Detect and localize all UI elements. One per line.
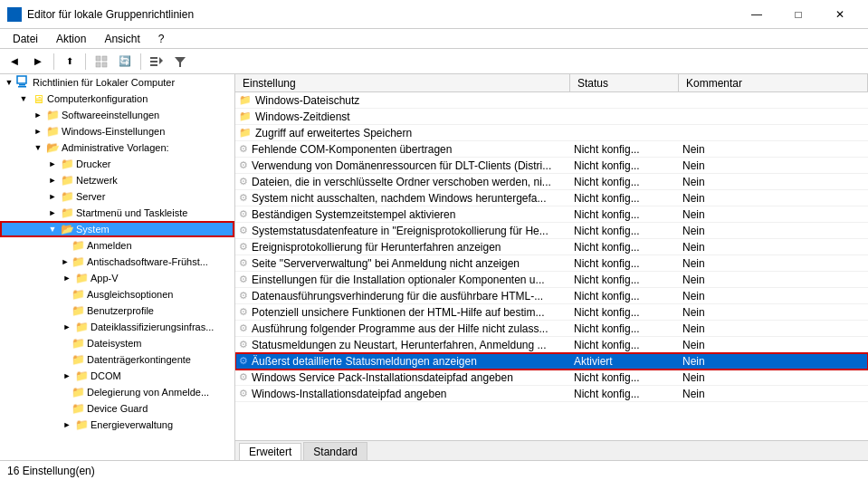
folder-icon-server: 📁	[60, 189, 74, 204]
cell-kommentar-3	[679, 125, 868, 140]
menu-help[interactable]: ?	[151, 31, 172, 47]
tree-node-energieverwaltung[interactable]: ► 📁 Energieverwaltung	[0, 417, 234, 433]
tree-node-antischadsoftware[interactable]: ► 📁 Antischadsoftware-Frühst...	[0, 254, 234, 270]
cell-name-11: ⚙ Seite "Serververwaltung" bei Anmeldung…	[235, 255, 570, 271]
forward-button[interactable]: ►	[27, 52, 49, 72]
expand-dcom[interactable]: ►	[60, 369, 74, 383]
list-item[interactable]: ⚙ Statusmeldungen zu Neustart, Herunterf…	[235, 337, 868, 353]
tree-node-ausgleichsoptionen[interactable]: 📁 Ausgleichsoptionen	[0, 286, 234, 302]
expand-administrative-vorlagen[interactable]: ▼	[31, 140, 45, 155]
cell-status-12: Nicht konfig...	[570, 272, 679, 287]
back-button[interactable]: ◄	[4, 52, 25, 72]
expand-antischadsoftware[interactable]: ►	[60, 254, 71, 269]
list-item[interactable]: ⚙ Datenausführungsverhinderung für die a…	[235, 288, 868, 304]
tree-node-benutzerprofile[interactable]: 📁 Benutzerprofile	[0, 302, 234, 319]
list-item[interactable]: 📁 Windows-Dateischutz	[235, 92, 868, 109]
list-item[interactable]: 📁 Zugriff auf erweitertes Speichern	[235, 125, 868, 141]
expand-benutzerprofile[interactable]	[60, 303, 71, 318]
tree-node-datentraegerkontingente[interactable]: 📁 Datenträgerkontingente	[0, 351, 234, 368]
show-hide-button[interactable]	[91, 52, 112, 72]
refresh-button[interactable]: 🔄	[114, 52, 136, 72]
setting-icon-10: ⚙	[239, 241, 248, 253]
list-item[interactable]: ⚙ Beständigen Systemzeitstempel aktivier…	[235, 206, 868, 223]
tree-label-benutzerprofile: Benutzerprofile	[87, 305, 154, 316]
expand-softwareeinstellungen[interactable]: ►	[31, 108, 45, 122]
list-item[interactable]: ⚙ Dateien, die in verschlüsselte Ordner …	[235, 174, 868, 190]
tree-node-dcom[interactable]: ► 📁 DCOM	[0, 368, 234, 384]
expand-root[interactable]: ▼	[2, 75, 16, 90]
tree-node-windows-einstellungen[interactable]: ► 📁 Windows-Einstellungen	[0, 123, 234, 139]
expand-dateisystem[interactable]	[60, 336, 71, 350]
svg-marker-10	[159, 57, 163, 64]
expand-netzwerk[interactable]: ►	[45, 173, 60, 187]
cell-name-8: ⚙ Beständigen Systemzeitstempel aktivier…	[235, 206, 570, 222]
expand-app-v[interactable]: ►	[60, 271, 74, 285]
tree-node-server[interactable]: ► 📁 Server	[0, 188, 234, 205]
up-button[interactable]: ⬆	[59, 52, 81, 72]
list-item[interactable]: ⚙ Fehlende COM-Komponenten übertragen Ni…	[235, 141, 868, 158]
expand-computerkonfiguration[interactable]: ▼	[16, 91, 31, 106]
list-item[interactable]: ⚙ Ausführung folgender Programme aus der…	[235, 321, 868, 337]
expand-dateiklassifizierung[interactable]: ►	[60, 320, 74, 334]
list-item[interactable]: ⚙ Systemstatusdatenfeature in "Ereignisp…	[235, 223, 868, 239]
expand-ausgleichsoptionen[interactable]	[60, 287, 71, 302]
filter-button[interactable]	[169, 52, 191, 72]
maximize-button[interactable]: □	[777, 0, 819, 29]
col-header-einstellung[interactable]: Einstellung	[235, 74, 570, 91]
expand-windows-einstellungen[interactable]: ►	[31, 124, 45, 139]
tree-node-system[interactable]: ▼ 📂 System	[0, 221, 234, 237]
expand-anmelden[interactable]	[60, 238, 71, 253]
list-item[interactable]: ⚙ Potenziell unsichere Funktionen der HT…	[235, 304, 868, 321]
list-item[interactable]: 📁 Windows-Zeitdienst	[235, 109, 868, 125]
cell-name-5: ⚙ Verwendung von Domänenressourcen für D…	[235, 158, 570, 173]
tree-label-dcom: DCOM	[91, 370, 121, 381]
tab-standard[interactable]: Standard	[303, 442, 367, 460]
tree-node-device-guard[interactable]: 📁 Device Guard	[0, 400, 234, 417]
menu-ansicht[interactable]: Ansicht	[97, 31, 147, 47]
expand-device-guard[interactable]	[60, 401, 71, 416]
tree-node-anmelden[interactable]: 📁 Anmelden	[0, 237, 234, 254]
setting-icon-16: ⚙	[239, 339, 248, 350]
tree-node-dateisystem[interactable]: 📁 Dateisystem	[0, 335, 234, 351]
list-item-active[interactable]: ⚙ Äußerst detaillierte Statusmeldungen a…	[235, 353, 868, 370]
setting-icon-17: ⚙	[239, 355, 248, 367]
tree-label-anmelden: Anmelden	[87, 240, 132, 251]
list-item[interactable]: ⚙ Windows-Installationsdateipfad angeben…	[235, 386, 868, 402]
expand-drucker[interactable]: ►	[45, 157, 60, 171]
list-item[interactable]: ⚙ Windows Service Pack-Installationsdate…	[235, 370, 868, 386]
col-header-status[interactable]: Status	[570, 74, 679, 91]
tab-erweitert[interactable]: Erweitert	[239, 443, 301, 460]
tree-node-delegierung[interactable]: 📁 Delegierung von Anmelde...	[0, 384, 234, 400]
list-item[interactable]: ⚙ Ereignisprotokollierung für Herunterfa…	[235, 239, 868, 255]
tree-node-app-v[interactable]: ► 📁 App-V	[0, 270, 234, 286]
menu-datei[interactable]: Datei	[5, 31, 45, 47]
tree-node-drucker[interactable]: ► 📁 Drucker	[0, 156, 234, 172]
expand-system[interactable]: ▼	[45, 222, 60, 236]
svg-rect-5	[96, 62, 100, 67]
expand-datentraegerkontingente[interactable]	[60, 352, 71, 367]
tree-node-root[interactable]: ▼ Richtlinien für Lokaler Computer	[0, 74, 234, 91]
tree-node-administrative-vorlagen[interactable]: ▼ 📂 Administrative Vorlagen:	[0, 139, 234, 156]
folder-icon-computerkonfiguration: 🖥	[31, 91, 45, 106]
cell-name-16: ⚙ Statusmeldungen zu Neustart, Herunterf…	[235, 337, 570, 352]
expand-delegierung[interactable]	[60, 385, 71, 399]
tree-node-softwareeinstellungen[interactable]: ► 📁 Softwareeinstellungen	[0, 107, 234, 123]
minimize-button[interactable]: —	[736, 0, 777, 29]
list-item[interactable]: ⚙ Seite "Serververwaltung" bei Anmeldung…	[235, 255, 868, 272]
col-header-kommentar[interactable]: Kommentar	[679, 74, 868, 91]
tree-node-dateiklassifizierung[interactable]: ► 📁 Dateiklassifizierungsinfras...	[0, 319, 234, 335]
menu-bar: Datei Aktion Ansicht ?	[0, 29, 868, 49]
view-button[interactable]	[146, 52, 167, 72]
tree-node-netzwerk[interactable]: ► 📁 Netzwerk	[0, 172, 234, 188]
list-item[interactable]: ⚙ System nicht ausschalten, nachdem Wind…	[235, 190, 868, 206]
menu-aktion[interactable]: Aktion	[49, 31, 93, 47]
tree-node-computerkonfiguration[interactable]: ▼ 🖥 Computerkonfiguration	[0, 91, 234, 107]
expand-startmenu[interactable]: ►	[45, 206, 60, 220]
column-headers: Einstellung Status Kommentar	[235, 74, 868, 92]
close-button[interactable]: ✕	[819, 0, 861, 29]
list-item[interactable]: ⚙ Einstellungen für die Installation opt…	[235, 272, 868, 288]
expand-energieverwaltung[interactable]: ►	[60, 418, 74, 432]
expand-server[interactable]: ►	[45, 189, 60, 204]
list-item[interactable]: ⚙ Verwendung von Domänenressourcen für D…	[235, 158, 868, 174]
tree-node-startmenu[interactable]: ► 📁 Startmenü und Taskleiste	[0, 205, 234, 221]
